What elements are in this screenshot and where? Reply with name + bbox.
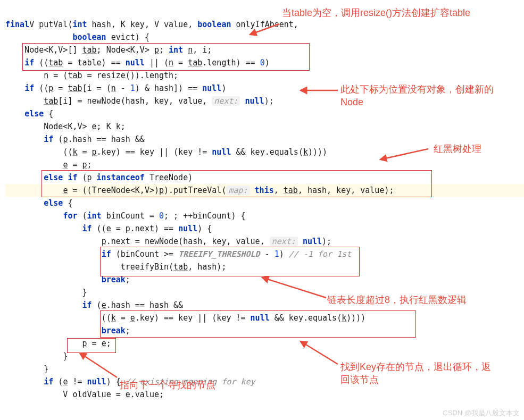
annotation-resize: 当table为空，调用resize()方法创建扩容table (282, 6, 495, 19)
annotation-listlen: 链表长度超过8，执行红黑数逻辑 (327, 293, 487, 306)
annotation-rbtree: 红黑树处理 (434, 142, 481, 155)
watermark: CSDN @我是八股文本文 (443, 408, 520, 418)
annotation-newnode: 此处下标为位置没有对象，创建新的Node (340, 83, 511, 108)
annotation-keyfound: 找到Key存在的节点，退出循环，返回该节点 (340, 360, 500, 386)
annotation-nextnode: 指向下一个寻找的节点 (120, 379, 215, 391)
code-block: finalV putVal(int hash, K key, V value, … (5, 5, 524, 401)
